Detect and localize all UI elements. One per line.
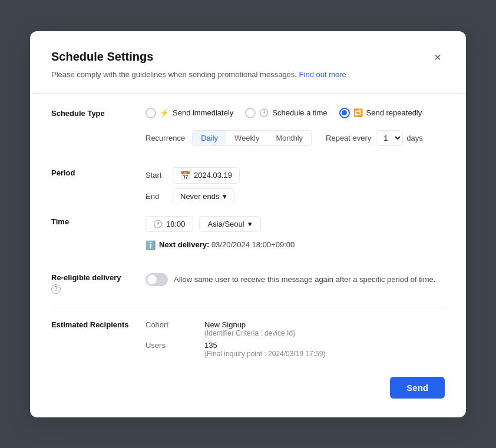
clock-icon: 🕐 xyxy=(259,108,269,117)
period-start-row: Start 📅 2024.03.19 xyxy=(146,167,445,184)
help-icon[interactable]: ? xyxy=(51,284,61,294)
users-sub: (Final inquiry point : 2024/03/19 17:59) xyxy=(204,350,445,358)
period-end-row: End Never ends ▾ xyxy=(146,188,445,204)
radio-send-immediately[interactable]: ⚡ Send immediately xyxy=(146,108,233,118)
repeat-icon: 🔁 xyxy=(353,108,363,117)
tab-monthly[interactable]: Monthly xyxy=(268,131,312,145)
recipients-content: Cohort New Signup (Identifier Criteria :… xyxy=(146,320,445,358)
modal-footer: Send xyxy=(51,377,445,399)
reeligible-description: Allow same user to receive this message … xyxy=(174,275,435,284)
users-value: 135 xyxy=(204,341,445,350)
chevron-down-icon-tz: ▾ xyxy=(248,220,252,228)
period-row: Period Start 📅 2024.03.19 End Never ends… xyxy=(51,167,445,204)
radio-send-repeatedly[interactable]: 🔁 Send repeatedly xyxy=(339,108,422,118)
recurrence-row: Recurrence Daily Weekly Monthly Repeat e… xyxy=(51,130,445,155)
recipients-row: Estimated Recipients Cohort New Signup (… xyxy=(51,320,445,358)
modal-header: Schedule Settings × xyxy=(51,50,445,64)
clock-small-icon: 🕐 xyxy=(153,220,163,228)
recipients-label: Estimated Recipients xyxy=(51,320,146,329)
tab-daily[interactable]: Daily xyxy=(193,131,226,145)
time-row: Time 🕐 18:00 Asia/Seoul ▾ ℹ️ Next delive… xyxy=(51,216,445,261)
repeat-every-label: Repeat every xyxy=(326,134,371,142)
cohort-sub: (Identifier Criteria : device Id) xyxy=(204,329,445,337)
days-label: days xyxy=(406,134,422,142)
users-key: Users xyxy=(146,341,204,358)
cohort-value: New Signup xyxy=(204,320,445,329)
calendar-icon: 📅 xyxy=(180,171,190,180)
next-delivery-value: 03/20/2024 18:00+09:00 xyxy=(211,240,295,249)
recurrence-tabs: Daily Weekly Monthly xyxy=(192,130,312,146)
next-delivery: ℹ️ Next delivery: 03/20/2024 18:00+09:00 xyxy=(146,240,445,250)
radio-circle-repeatedly xyxy=(339,108,350,118)
time-input[interactable]: 🕐 18:00 xyxy=(146,216,193,232)
next-delivery-label: Next delivery: xyxy=(159,240,209,249)
header-divider xyxy=(30,93,466,94)
close-button[interactable]: × xyxy=(431,50,445,64)
bolt-icon: ⚡ xyxy=(160,108,169,117)
schedule-type-label: Schedule Type xyxy=(51,108,146,118)
reeligible-toggle-container: Allow same user to receive this message … xyxy=(146,273,435,286)
section-divider xyxy=(51,308,445,308)
time-label: Time xyxy=(51,216,146,226)
reeligible-row: Re-eligible delivery ? Allow same user t… xyxy=(51,273,445,294)
timezone-dropdown[interactable]: Asia/Seoul ▾ xyxy=(199,216,261,232)
reeligible-toggle[interactable] xyxy=(146,273,168,286)
find-out-more-link[interactable]: Find out more xyxy=(299,70,346,79)
info-icon: ℹ️ xyxy=(146,240,156,250)
radio-circle-immediately xyxy=(146,108,156,118)
end-label: End xyxy=(146,192,167,201)
start-date-input[interactable]: 📅 2024.03.19 xyxy=(173,167,240,184)
start-label: Start xyxy=(146,171,167,180)
tab-weekly[interactable]: Weekly xyxy=(226,131,267,145)
modal-subtitle: Please comply with the guidelines when s… xyxy=(51,70,445,79)
period-label: Period xyxy=(51,167,146,177)
end-dropdown[interactable]: Never ends ▾ xyxy=(173,188,234,204)
schedule-settings-modal: Schedule Settings × Please comply with t… xyxy=(30,31,466,417)
chevron-down-icon: ▾ xyxy=(223,192,227,201)
schedule-type-row: Schedule Type ⚡ Send immediately 🕐 Sched… xyxy=(51,108,445,118)
send-button[interactable]: Send xyxy=(390,377,445,399)
radio-schedule-time[interactable]: 🕐 Schedule a time xyxy=(245,108,327,118)
schedule-type-options: ⚡ Send immediately 🕐 Schedule a time 🔁 S… xyxy=(146,108,445,118)
reeligible-label: Re-eligible delivery xyxy=(51,273,146,282)
recurrence-label: Recurrence xyxy=(146,134,185,142)
radio-circle-schedule xyxy=(245,108,256,118)
modal-title: Schedule Settings xyxy=(51,50,153,64)
repeat-every-select[interactable]: 1 xyxy=(376,130,403,146)
cohort-key: Cohort xyxy=(146,320,204,337)
